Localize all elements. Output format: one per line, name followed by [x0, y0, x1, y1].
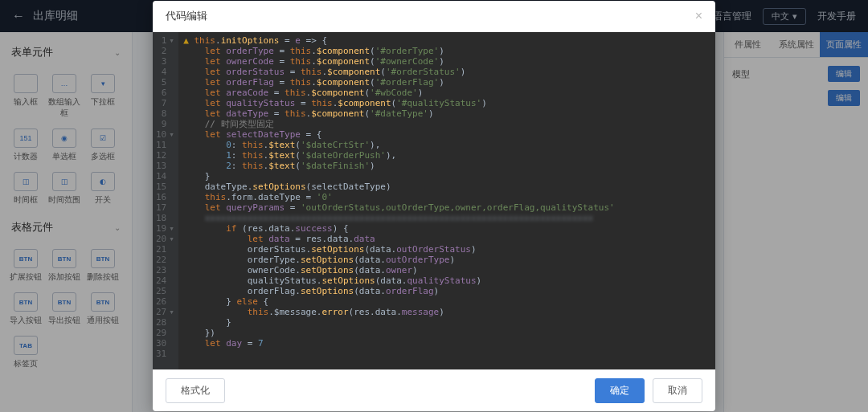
close-icon[interactable]: ×	[695, 9, 702, 23]
format-button[interactable]: 格式化	[166, 378, 225, 403]
modal-overlay: 代码编辑 × 1▾2345678910▾111213141516171819▾2…	[0, 0, 868, 412]
cancel-button[interactable]: 取消	[653, 378, 702, 403]
code-editor[interactable]: 1▾2345678910▾111213141516171819▾20▾21222…	[153, 32, 715, 369]
code-edit-modal: 代码编辑 × 1▾2345678910▾111213141516171819▾2…	[153, 1, 715, 411]
modal-title: 代码编辑	[166, 9, 207, 23]
ok-button[interactable]: 确定	[595, 378, 645, 403]
